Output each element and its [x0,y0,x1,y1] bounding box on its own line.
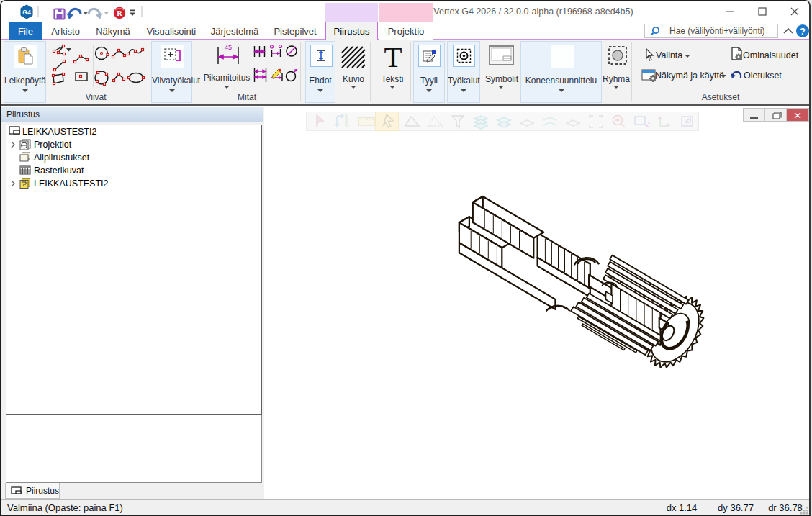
svg-text:G4: G4 [22,9,31,16]
svg-text:Rasterikuvat: Rasterikuvat [34,166,84,176]
svg-text:?: ? [800,26,806,37]
svg-text:R: R [117,9,122,17]
svg-text:Alipiirustukset: Alipiirustukset [34,153,90,163]
svg-text:Projektiot: Projektiot [34,140,72,150]
svg-text:45: 45 [225,44,232,51]
svg-text:LEIKKAUSTESTI2: LEIKKAUSTESTI2 [34,178,109,189]
svg-text:LEIKKAUSTESTI2: LEIKKAUSTESTI2 [22,127,97,137]
